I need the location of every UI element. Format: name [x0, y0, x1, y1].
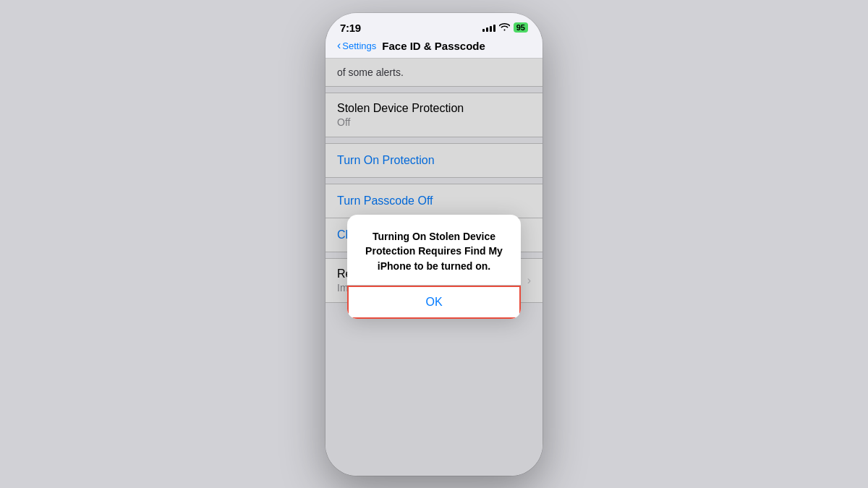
nav-title: Face ID & Passcode: [382, 40, 485, 52]
modal-message: Turning On Stolen Device Protection Requ…: [359, 229, 509, 273]
wifi-icon: [499, 22, 510, 33]
back-chevron-icon: ‹: [337, 40, 341, 51]
battery-level: 95: [514, 22, 528, 33]
phone-screen: 7:19 95 ‹: [326, 13, 542, 476]
back-label: Settings: [342, 40, 376, 51]
modal-content: Turning On Stolen Device Protection Requ…: [347, 215, 521, 285]
signal-icon: [482, 23, 495, 32]
modal-overlay: Turning On Stolen Device Protection Requ…: [326, 59, 542, 476]
modal-dialog: Turning On Stolen Device Protection Requ…: [347, 215, 521, 319]
modal-ok-button[interactable]: OK: [347, 286, 521, 319]
back-button[interactable]: ‹ Settings: [337, 40, 376, 51]
status-bar: 7:19 95: [326, 13, 542, 37]
status-time: 7:19: [340, 22, 361, 34]
content-area: of some alerts. Stolen Device Protection…: [326, 59, 542, 476]
nav-bar: ‹ Settings Face ID & Passcode: [326, 37, 542, 59]
battery-indicator: 95: [514, 22, 528, 33]
status-icons: 95: [482, 22, 528, 33]
